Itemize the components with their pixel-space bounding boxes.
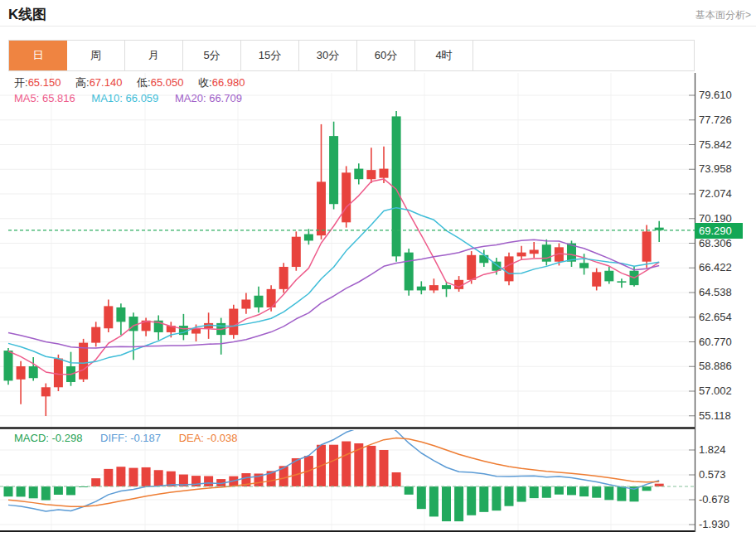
macd-axis-label: -1.930 xyxy=(699,518,752,531)
price-axis-label: 62.654 xyxy=(699,311,752,324)
low-label: 低: xyxy=(137,76,151,89)
ma5-readout: MA5: 65.816 xyxy=(14,92,75,104)
price-axis-label: 66.422 xyxy=(699,261,752,274)
tab-day[interactable]: 日 xyxy=(9,41,67,70)
macd-values-row: MACD: -0.298 DIFF: -0.187 DEA: -0.038 xyxy=(14,432,252,445)
price-axis-label: 57.002 xyxy=(699,385,752,398)
period-tabbar: 日周月5分15分30分60分4时 xyxy=(8,40,695,71)
tab-4hour[interactable]: 4时 xyxy=(415,41,473,70)
price-axis-label: 73.958 xyxy=(699,162,752,176)
diff-readout: DIFF: -0.187 xyxy=(100,432,161,444)
ma10-readout: MA10: 66.059 xyxy=(91,92,158,104)
tab-15min[interactable]: 15分 xyxy=(241,41,299,70)
price-axis-label: 72.074 xyxy=(699,187,752,201)
macd-readout: MACD: -0.298 xyxy=(14,432,82,444)
tab-30min[interactable]: 30分 xyxy=(299,41,357,70)
close-label: 收: xyxy=(198,76,212,89)
title-divider xyxy=(0,26,756,27)
kline-page: K线图 基本面分析> 日周月5分15分30分60分4时 开:65.150 高:6… xyxy=(0,0,756,537)
price-axis-label: 68.306 xyxy=(699,237,752,250)
tab-60min[interactable]: 60分 xyxy=(357,41,415,70)
dea-readout: DEA: -0.038 xyxy=(179,432,238,444)
high-label: 高: xyxy=(75,76,90,89)
high-value: 67.140 xyxy=(90,76,123,89)
ohlc-row: 开:65.150 高:67.140 低:65.050 收:66.980 xyxy=(14,75,256,89)
tab-week[interactable]: 周 xyxy=(67,41,125,70)
price-axis-label: 64.538 xyxy=(699,286,752,299)
price-axis-label: 60.770 xyxy=(699,336,752,349)
page-title: K线图 xyxy=(8,5,46,24)
price-axis-label: 75.842 xyxy=(699,138,752,152)
close-value: 66.980 xyxy=(212,76,245,89)
macd-axis-label: -0.678 xyxy=(699,493,752,506)
macd-axis-label: 1.824 xyxy=(699,443,752,457)
open-value: 65.150 xyxy=(28,76,61,89)
price-axis-label: 70.190 xyxy=(699,212,752,225)
tab-month[interactable]: 月 xyxy=(125,41,183,70)
fundamental-analysis-link[interactable]: 基本面分析> xyxy=(695,8,751,22)
open-label: 开: xyxy=(14,76,28,89)
low-value: 65.050 xyxy=(151,76,184,89)
macd-axis-label: 0.573 xyxy=(699,468,752,481)
price-axis-label: 77.726 xyxy=(699,114,752,127)
price-axis-label: 79.610 xyxy=(699,89,752,102)
price-axis-label: 58.886 xyxy=(699,360,752,373)
ma20-readout: MA20: 66.709 xyxy=(175,92,242,104)
price-axis-label: 55.118 xyxy=(699,409,752,423)
ma-row: MA5: 65.816 MA10: 66.059 MA20: 66.709 xyxy=(14,92,255,105)
tab-5min[interactable]: 5分 xyxy=(183,41,241,70)
